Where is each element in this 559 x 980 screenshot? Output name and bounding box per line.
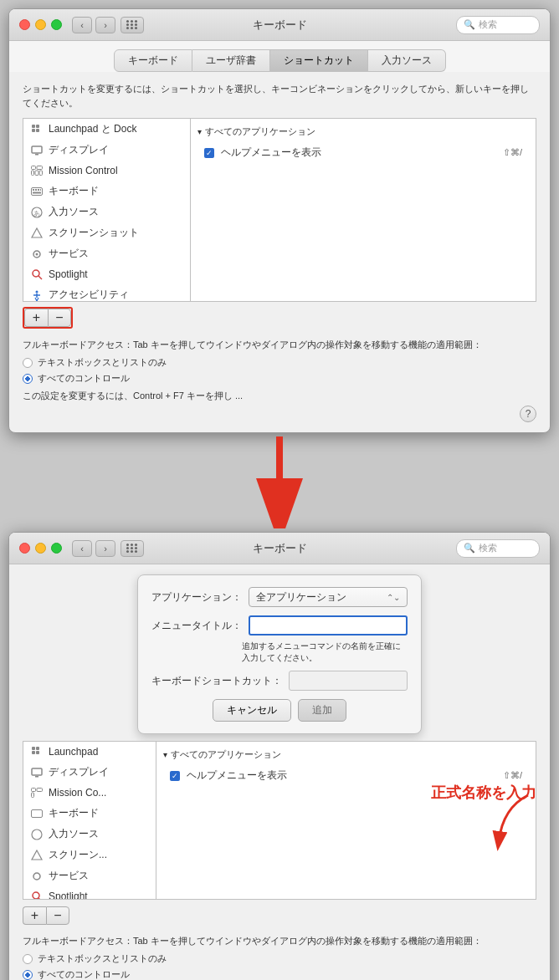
launchpad-icon <box>30 123 44 136</box>
radio-textbox-circle-2[interactable] <box>23 954 33 964</box>
left-item-screenshot[interactable]: スクリーンショット <box>23 222 190 243</box>
left-item-keyboard-label: キーボード <box>49 184 99 198</box>
maximize-button[interactable] <box>51 19 62 30</box>
service-icon <box>30 248 44 261</box>
search-icon: 🔍 <box>464 19 475 30</box>
dialog-app-select[interactable]: 全アプリケーション ⌃⌄ <box>249 587 408 607</box>
left-pane-1[interactable]: Launchpad と Dock ディスプレイ Mission Control <box>23 119 191 301</box>
svg-rect-1 <box>36 125 39 128</box>
svg-rect-11 <box>32 187 43 195</box>
left-item-input[interactable]: あ 入力ソース <box>23 202 190 222</box>
svg-text:あ: あ <box>33 210 40 217</box>
svg-point-21 <box>36 253 38 255</box>
add-remove-2: + − <box>23 906 536 925</box>
mission-icon <box>30 164 44 177</box>
svg-rect-7 <box>37 166 43 170</box>
menu-title-input[interactable] <box>249 615 408 635</box>
left-item-accessibility[interactable]: アクセシビリティ <box>23 284 190 301</box>
window2-title: キーボード <box>253 541 307 556</box>
remove-shortcut-button[interactable]: − <box>48 309 71 327</box>
minimize-button-2[interactable] <box>35 543 46 554</box>
remove-shortcut-button-2[interactable]: − <box>46 906 69 925</box>
forward-button-2[interactable]: › <box>95 540 115 557</box>
left-item-mission[interactable]: Mission Control <box>23 161 190 181</box>
left-item2-service[interactable]: サービス <box>23 865 156 886</box>
keyboard-icon <box>30 185 44 198</box>
radio-all-1[interactable]: すべてのコントロール <box>23 372 536 385</box>
svg-line-23 <box>38 276 42 279</box>
section-header-2: すべてのアプリケーション <box>163 748 529 761</box>
dialog-tooltip: 追加するメニューコマンドの名前を正確に入力してください。 <box>242 641 408 664</box>
left-item-service[interactable]: サービス <box>23 243 190 264</box>
radio-textbox-circle[interactable] <box>23 358 33 368</box>
search-box-1[interactable]: 🔍 検索 <box>456 16 540 34</box>
svg-rect-34 <box>32 751 35 754</box>
maximize-button-2[interactable] <box>51 543 62 554</box>
tab-shortcuts[interactable]: ショートカット <box>270 49 368 72</box>
radio-all-circle-2[interactable] <box>23 970 33 980</box>
tab-inputsource[interactable]: 入力ソース <box>368 49 446 72</box>
accessibility-icon <box>30 288 44 302</box>
help-button-1[interactable]: ? <box>520 406 536 422</box>
traffic-lights-1 <box>19 19 62 30</box>
checkbox-help-2[interactable]: ✓ <box>170 771 180 781</box>
radio-all-circle[interactable] <box>23 374 33 384</box>
back-button[interactable]: ‹ <box>72 17 92 33</box>
grid-button-2[interactable] <box>121 540 144 557</box>
radio-all-2[interactable]: すべてのコントロール <box>23 968 536 980</box>
forward-button[interactable]: › <box>95 17 115 33</box>
close-button-2[interactable] <box>19 543 30 554</box>
left-item-display[interactable]: ディスプレイ <box>23 140 190 161</box>
svg-rect-33 <box>36 747 39 750</box>
left-item2-display-label: ディスプレイ <box>49 765 109 779</box>
svg-rect-35 <box>36 751 39 754</box>
radio-textbox-1[interactable]: テキストボックスとリストのみ <box>23 356 536 369</box>
keyboard-icon-2 <box>30 807 44 820</box>
tabs-1: キーボード ユーザ辞書 ショートカット 入力ソース <box>9 41 550 72</box>
left-item2-keyboard[interactable]: キーボード <box>23 803 156 824</box>
left-item2-spotlight-label: Spotlight <box>49 891 88 900</box>
left-item2-launchpad[interactable]: Launchpad <box>23 742 156 762</box>
tab-keyboard[interactable]: キーボード <box>114 49 192 72</box>
content-1: ショートカットを変更するには、ショートカットを選択し、キーコンビネーションをクリ… <box>9 72 550 432</box>
annotation-area: 正式名称を入力 <box>486 791 536 860</box>
checkbox-help[interactable]: ✓ <box>204 148 214 158</box>
add-shortcut-button-2[interactable]: + <box>23 906 46 925</box>
section-header-1: すべてのアプリケーション <box>197 125 529 138</box>
back-button-2[interactable]: ‹ <box>72 540 92 557</box>
search-box-2[interactable]: 🔍 検索 <box>456 539 540 558</box>
grid-button[interactable] <box>121 17 144 33</box>
left-item2-screenshot[interactable]: スクリーン... <box>23 845 156 865</box>
left-item-spotlight[interactable]: Spotlight <box>23 264 190 284</box>
window1: ‹ › キーボード 🔍 検索 キーボード ユーザ辞書 ショートカット 入力ソース <box>8 8 551 433</box>
svg-rect-37 <box>35 776 38 778</box>
dialog-app-label: アプリケーション： <box>151 590 242 605</box>
shortcut-input[interactable] <box>289 671 408 691</box>
left-item-keyboard[interactable]: キーボード <box>23 181 190 202</box>
svg-point-44 <box>33 873 40 880</box>
svg-point-42 <box>32 829 42 840</box>
svg-point-24 <box>36 290 38 293</box>
svg-rect-13 <box>35 189 37 191</box>
svg-marker-19 <box>32 228 42 237</box>
close-button[interactable] <box>19 19 30 30</box>
left-pane-2[interactable]: Launchpad ディスプレイ Mission Co... <box>23 741 156 900</box>
svg-rect-9 <box>35 171 38 176</box>
add-button[interactable]: 追加 <box>298 699 346 722</box>
search-placeholder-2: 検索 <box>479 542 497 554</box>
left-item2-mission[interactable]: Mission Co... <box>23 783 156 803</box>
cancel-button[interactable]: キャンセル <box>213 699 291 722</box>
left-item2-display[interactable]: ディスプレイ <box>23 762 156 783</box>
left-item-launchpad[interactable]: Launchpad と Dock <box>23 119 190 140</box>
left-item2-screenshot-label: スクリーン... <box>49 848 107 862</box>
left-item2-spotlight[interactable]: Spotlight <box>23 886 156 900</box>
add-shortcut-button[interactable]: + <box>24 309 48 327</box>
fka-label-2: フルキーボードアクセス：Tab キーを押してウインドウやダイアログ内の操作対象を… <box>23 935 536 947</box>
minimize-button[interactable] <box>35 19 46 30</box>
left-item2-service-label: サービス <box>49 869 89 883</box>
tab-userdict[interactable]: ユーザ辞書 <box>192 49 270 72</box>
radio-textbox-2[interactable]: テキストボックスとリストのみ <box>23 952 536 965</box>
left-item-accessibility-label: アクセシビリティ <box>49 288 129 301</box>
mission-icon-2 <box>30 786 44 799</box>
left-item2-input[interactable]: 入力ソース <box>23 824 156 845</box>
